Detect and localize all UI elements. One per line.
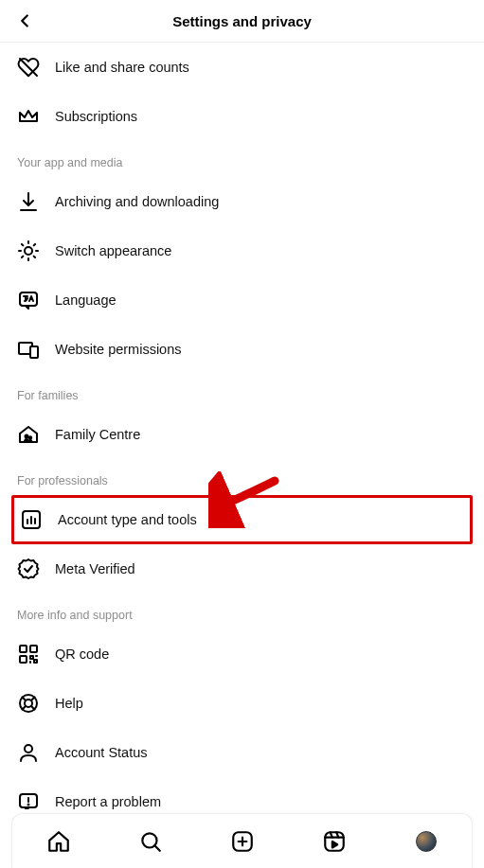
row-label: Family Centre (55, 427, 140, 442)
svg-line-30 (23, 698, 27, 701)
family-icon (17, 423, 40, 446)
row-label: Like and share counts (55, 60, 189, 75)
avatar-icon (416, 831, 437, 852)
svg-line-6 (22, 244, 23, 245)
chevron-left-icon (14, 10, 35, 31)
home-icon (46, 829, 71, 854)
report-icon (17, 790, 40, 809)
nav-create[interactable] (229, 828, 256, 855)
nav-reels[interactable] (321, 828, 348, 855)
svg-rect-21 (20, 646, 27, 652)
row-label: Meta Verified (55, 561, 135, 576)
svg-rect-25 (34, 660, 37, 663)
svg-rect-47 (325, 832, 344, 851)
row-switch-appearance[interactable]: Switch appearance (0, 226, 484, 275)
svg-rect-24 (30, 656, 33, 659)
svg-point-15 (26, 435, 28, 438)
highlight-account-type-tools: Account type and tools (11, 495, 473, 544)
row-label: Help (55, 696, 83, 711)
back-button[interactable] (13, 9, 36, 32)
row-subscriptions[interactable]: Subscriptions (0, 92, 484, 141)
svg-rect-23 (20, 656, 27, 663)
row-report-problem[interactable]: Report a problem (0, 777, 484, 809)
help-icon (17, 692, 40, 715)
row-label: Archiving and downloading (55, 194, 219, 209)
row-meta-verified[interactable]: Meta Verified (0, 544, 484, 593)
row-language[interactable]: Language (0, 275, 484, 325)
section-header-professionals: For professionals (0, 459, 484, 495)
row-label: Account type and tools (58, 512, 197, 527)
svg-line-7 (34, 257, 35, 257)
sun-icon (17, 239, 40, 262)
svg-point-16 (29, 436, 31, 438)
svg-point-34 (25, 745, 32, 753)
qrcode-icon (17, 643, 40, 665)
svg-rect-14 (30, 346, 38, 358)
row-help[interactable]: Help (0, 679, 484, 728)
crown-icon (17, 105, 40, 128)
svg-line-11 (34, 244, 35, 245)
page-title: Settings and privacy (0, 13, 484, 29)
language-icon (17, 289, 40, 311)
devices-icon (17, 338, 40, 361)
row-label: Report a problem (55, 794, 161, 809)
row-label: Language (55, 292, 117, 308)
svg-line-43 (154, 845, 159, 850)
row-archiving-downloading[interactable]: Archiving and downloading (0, 177, 484, 226)
section-header-families: For families (0, 374, 484, 410)
nav-search[interactable] (137, 828, 164, 855)
download-icon (17, 190, 40, 213)
svg-line-33 (31, 706, 35, 710)
bottom-nav (11, 813, 473, 868)
section-header-more-info: More info and support (0, 593, 484, 629)
chart-icon (20, 508, 43, 531)
row-family-centre[interactable]: Family Centre (0, 410, 484, 459)
svg-line-31 (31, 698, 35, 701)
account-icon (17, 741, 40, 764)
row-label: Subscriptions (55, 109, 137, 124)
row-account-status[interactable]: Account Status (0, 728, 484, 777)
svg-rect-22 (30, 646, 37, 652)
header: Settings and privacy (0, 0, 484, 43)
settings-list: Like and share counts Subscriptions Your… (0, 43, 484, 809)
plus-square-icon (230, 829, 255, 854)
svg-rect-12 (20, 292, 37, 306)
section-header-app-media: Your app and media (0, 141, 484, 177)
svg-point-3 (25, 247, 32, 255)
row-label: Switch appearance (55, 243, 171, 258)
svg-point-37 (28, 805, 29, 806)
row-website-permissions[interactable]: Website permissions (0, 325, 484, 374)
row-qr-code[interactable]: QR code (0, 629, 484, 679)
nav-profile[interactable] (413, 828, 439, 855)
row-label: Website permissions (55, 342, 182, 357)
svg-line-10 (22, 257, 23, 257)
nav-home[interactable] (45, 828, 72, 855)
reels-icon (322, 829, 347, 854)
verified-icon (17, 558, 40, 580)
svg-line-32 (23, 706, 27, 710)
svg-marker-51 (332, 841, 336, 848)
row-like-share-counts[interactable]: Like and share counts (0, 43, 484, 92)
row-label: QR code (55, 647, 109, 662)
search-icon (138, 829, 163, 854)
row-account-type-tools[interactable]: Account type and tools (14, 498, 470, 541)
heart-off-icon (17, 56, 40, 79)
row-label: Account Status (55, 745, 148, 760)
